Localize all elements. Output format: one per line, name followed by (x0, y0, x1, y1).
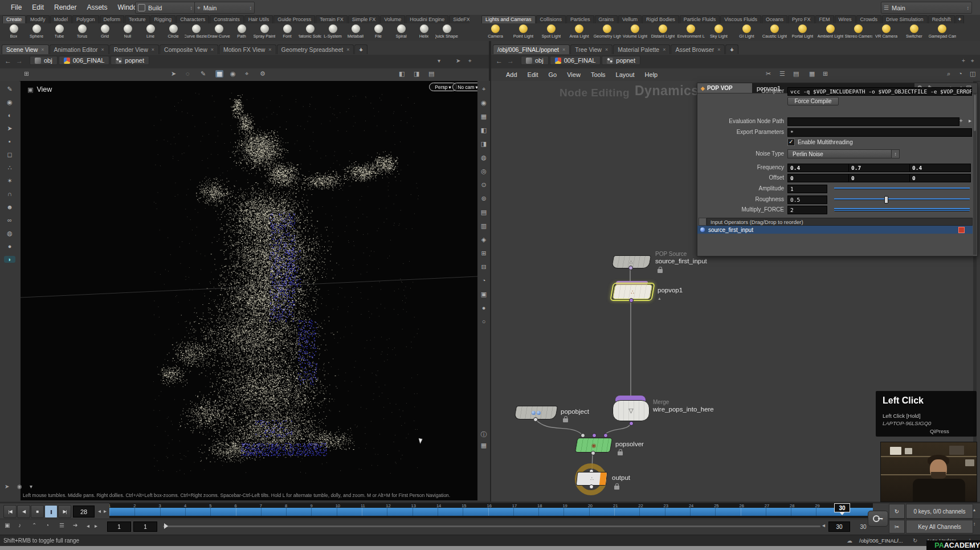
tool-grid[interactable]: Grid (93, 24, 116, 41)
node-name-label[interactable]: popsolver (615, 441, 644, 447)
render-flag[interactable] (599, 472, 607, 485)
display-left-icon[interactable]: ◧ (478, 127, 489, 134)
node-chooser-icon[interactable]: ⌖ (959, 117, 963, 124)
cloth-tool-icon[interactable]: ◍ (4, 230, 15, 237)
display-right-icon[interactable]: ◨ (478, 140, 489, 148)
back-icon[interactable]: ← (496, 57, 503, 65)
shelf-tab-rigging[interactable]: Rigging (150, 15, 176, 23)
points-tool-icon[interactable]: ∴ (4, 164, 15, 172)
render-c-icon[interactable]: ▤ (428, 70, 434, 78)
tool-caustic-light[interactable]: Caustic Light (761, 24, 789, 41)
tool-portal-light[interactable]: Portal Light (789, 24, 816, 41)
tool-line[interactable]: Line (139, 24, 162, 41)
shelf-tab-create[interactable]: Create (2, 15, 26, 23)
node-output[interactable]: ∴ (576, 472, 608, 486)
key-mode-spinner[interactable]: ↕ (973, 522, 975, 527)
shelf-tab-grains[interactable]: Grains (595, 15, 618, 23)
no-cam-pill[interactable]: No cam▾ (452, 83, 477, 91)
lock-tool-icon[interactable]: ▪ (4, 138, 15, 145)
range-step-back-icon[interactable]: ◂ (87, 523, 89, 529)
tool-spiral[interactable]: Spiral (390, 24, 413, 41)
tool-sky-light[interactable]: Sky Light (705, 24, 733, 41)
spinner-icon[interactable]: ↕ (250, 5, 252, 11)
shelf-tab-sidefx-labs[interactable]: SideFX Labs (449, 15, 469, 23)
node-name-label[interactable]: output (612, 474, 630, 481)
menu-render[interactable]: Render (49, 3, 81, 11)
range-slider[interactable] (163, 525, 820, 527)
right-desktop-selector[interactable]: ☰ Main ↕ (881, 2, 972, 14)
force-compile-button[interactable]: Force Compile (787, 97, 839, 105)
shelf-tab-oceans[interactable]: Oceans (762, 15, 787, 23)
dynamics-tool-icon[interactable]: ● (4, 243, 15, 250)
refresh-icon[interactable]: ↻ (913, 537, 917, 544)
shelf-tab-modify[interactable]: Modify (26, 15, 50, 23)
offset-field-0[interactable]: 0 (787, 174, 849, 182)
breadcrumb-obj[interactable]: obj (30, 56, 58, 65)
net-menu-layout[interactable]: Layout (611, 71, 639, 78)
net-menu-add[interactable]: Add (501, 71, 522, 78)
tool-file[interactable]: File (367, 24, 390, 41)
net-menu-go[interactable]: Go (544, 71, 562, 78)
forward-icon[interactable]: → (507, 57, 514, 65)
multiply-force-ladder[interactable] (834, 208, 970, 211)
step-back-icon[interactable]: ◂ (98, 508, 101, 514)
close-icon[interactable]: × (101, 47, 104, 52)
select-tool-icon[interactable]: ➤ (4, 125, 15, 132)
display-circ-icon[interactable]: ○ (478, 318, 489, 325)
net-grid-icon[interactable]: ▦ (809, 70, 815, 78)
anim-audio-icon[interactable]: ♪ (18, 522, 21, 528)
node-popvop1[interactable]: ∴ (612, 284, 653, 299)
tool-camera[interactable]: Camera (481, 24, 509, 41)
spinner-icon[interactable]: ↕ (190, 5, 193, 11)
display-photo-icon[interactable]: ▣ (478, 291, 489, 298)
shelf-tab-crowds[interactable]: Crowds (856, 15, 882, 23)
net-menu-icon[interactable]: ☰ (779, 70, 785, 78)
play-reverse-button[interactable]: ◀ (17, 505, 30, 518)
tool-curve-bezier[interactable]: Curve Bezier (185, 24, 207, 41)
fluid-tool-icon[interactable]: ◗ (4, 256, 15, 263)
brush-mode-icon[interactable]: ✎ (201, 70, 206, 78)
tool-point-light[interactable]: Point Light (509, 24, 537, 41)
expand-icon[interactable]: ▸ (969, 117, 971, 124)
jump-start-button[interactable]: |◀ (3, 505, 17, 518)
roughness-slider[interactable] (834, 198, 970, 200)
close-icon[interactable]: × (152, 47, 154, 52)
tab-render-view[interactable]: Render View× (109, 44, 159, 54)
options-icon[interactable]: ▾ (30, 483, 32, 490)
tool-geometry-light[interactable]: Geometry Light (593, 24, 621, 41)
output-connector[interactable] (628, 266, 633, 270)
display-normals-icon[interactable]: ◎ (478, 168, 489, 175)
breadcrumb-popnet[interactable]: popnet (602, 56, 640, 65)
output-connector[interactable] (533, 417, 538, 422)
shelf-tab-pyro-fx[interactable]: Pyro FX (788, 15, 815, 23)
render-b-icon[interactable]: ◨ (414, 70, 419, 78)
anim-clock-icon[interactable]: ◔ (46, 522, 49, 528)
tool-gamepad-camera[interactable]: Gamepad Camera (928, 24, 956, 41)
add-icon[interactable]: + (962, 58, 965, 64)
shelf-tab-lights-and-cameras[interactable]: Lights and Cameras (481, 15, 536, 23)
tool-tube[interactable]: Tube (48, 24, 71, 41)
export-params-field[interactable]: * (787, 128, 972, 137)
net-layout-icon[interactable]: ◫ (970, 70, 975, 78)
input-operator-row[interactable]: source_first_input (697, 226, 973, 234)
breadcrumb-006-final[interactable]: 006_FINAL (550, 56, 601, 65)
shelf-tab-viscous-fluids[interactable]: Viscous Fluids (720, 15, 761, 23)
output-connector[interactable] (629, 421, 634, 426)
render-a-icon[interactable]: ◧ (399, 70, 405, 78)
noise-type-spinner[interactable]: ↕ (891, 149, 900, 158)
paint-tool-icon[interactable]: ✎ (4, 85, 15, 93)
node-name-label[interactable]: popobject (561, 408, 589, 415)
node-popsolver[interactable]: ◉ (575, 438, 613, 453)
timeline-range-bar[interactable] (109, 508, 873, 516)
viewport-info-icon[interactable]: ⓘ (478, 430, 489, 439)
close-icon[interactable]: × (663, 47, 665, 52)
shelf-tab-add-tab[interactable]: + (956, 15, 964, 23)
tool-path[interactable]: Path (230, 24, 253, 41)
spinner-icon[interactable]: ↕ (967, 5, 970, 11)
snap-mode-icon[interactable]: ⌖ (245, 70, 248, 78)
node-flag-icon[interactable]: ▲ (658, 296, 662, 300)
timeline[interactable]: 1234567891011121314151617181920212223242… (109, 503, 873, 518)
net-menu-edit[interactable]: Edit (523, 71, 543, 78)
menu-assets[interactable]: Assets (81, 3, 112, 11)
net-menu-view[interactable]: View (562, 71, 585, 78)
